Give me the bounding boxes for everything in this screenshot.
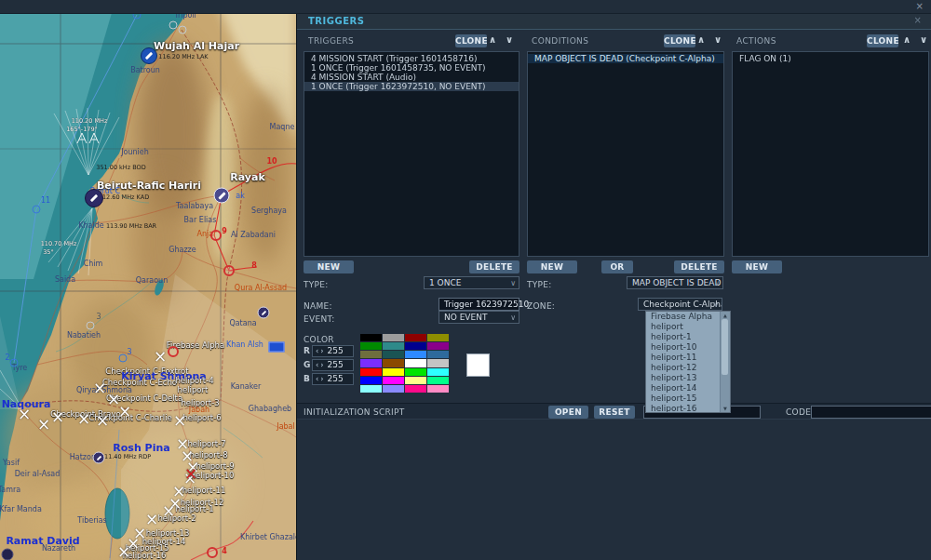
step-right-icon[interactable]: › [319,375,327,383]
palette-swatch[interactable] [427,359,449,367]
reset-script-button[interactable]: RESET [594,406,635,419]
zone-option[interactable]: heliport-11 [646,353,730,363]
palette-swatch[interactable] [383,342,404,350]
palette-swatch[interactable] [360,359,382,367]
palette-swatch[interactable] [383,334,404,341]
list-item[interactable]: 1 ONCE (Trigger 1623972510, NO EVENT) [304,82,519,91]
palette-swatch[interactable] [427,334,449,341]
rgb-value: 255 [328,346,344,355]
palette-swatch[interactable] [360,351,382,358]
scrollbar-thumb[interactable] [722,319,728,375]
actions-list[interactable]: FLAG ON (1) [732,51,929,257]
rgb-stepper[interactable]: ‹›255 [312,359,354,371]
palette-swatch[interactable] [427,342,449,350]
palette-swatch[interactable] [383,351,404,358]
palette-swatch[interactable] [360,342,382,350]
step-right-icon[interactable]: › [319,361,327,369]
window-titlebar: × [0,0,931,14]
rgb-channel-label: B [304,374,310,383]
clone-triggers-button[interactable]: CLONE [455,34,487,47]
rgb-channel-label: G [304,360,310,369]
palette-swatch[interactable] [360,385,382,393]
move-up-icon[interactable]: ∧ [900,34,913,45]
clone-conditions-button[interactable]: CLONE [664,34,695,47]
trigger-type-dropdown[interactable]: 1 ONCE ∨ [424,276,519,289]
code-label: CODE [786,407,811,417]
zone-option[interactable]: heliport-16 [646,404,730,413]
chevron-down-icon: ∨ [510,313,516,324]
delete-trigger-button[interactable]: DELETE [469,260,519,273]
palette-swatch[interactable] [383,359,404,367]
zone-option[interactable]: heliport-10 [646,342,730,353]
palette-swatch[interactable] [405,368,426,376]
list-item[interactable]: 4 MISSION START (Audio) [304,73,519,82]
triggers-list[interactable]: 4 MISSION START (Trigger 1601458716)1 ON… [304,51,519,257]
move-down-icon[interactable]: ∨ [917,34,930,45]
zone-option[interactable]: heliport-1 [646,332,730,342]
zone-option[interactable]: heliport [646,322,730,332]
list-item[interactable]: FLAG ON (1) [733,54,928,63]
move-up-icon[interactable]: ∧ [695,34,708,45]
open-script-button[interactable]: OPEN [548,406,588,419]
zone-scrollbar[interactable]: ▲ ▼ [720,312,730,412]
condition-type-dropdown[interactable]: MAP OBJECT IS DEAD ∨ [627,276,723,289]
new-trigger-button[interactable]: NEW [304,260,354,273]
move-down-icon[interactable]: ∨ [711,34,724,45]
rgb-value: 255 [328,374,344,383]
move-down-icon[interactable]: ∨ [503,34,516,45]
rgb-stepper[interactable]: ‹›255 [312,345,354,357]
list-item[interactable]: MAP OBJECT IS DEAD (Checkpoint C-Alpha) [528,54,723,63]
palette-swatch[interactable] [427,377,449,384]
zone-option[interactable]: heliport-14 [646,383,730,393]
palette-swatch[interactable] [427,385,449,393]
palette-swatch[interactable] [383,368,404,376]
zone-option[interactable]: heliport-15 [646,393,730,404]
palette-swatch[interactable] [405,359,426,367]
scroll-down-icon[interactable]: ▼ [721,406,730,411]
palette-swatch[interactable] [405,334,426,341]
palette-swatch[interactable] [360,334,382,341]
triggers-column-label: TRIGGERS [308,36,354,46]
map-view[interactable]: TripoliWujah Al Hajar116.20 MHz LAKBatro… [0,0,296,560]
conditions-column-label: CONDITIONS [532,36,588,46]
zone-dropdown-list[interactable]: Firebase Alphaheliportheliport-1heliport… [645,311,731,413]
list-item[interactable]: 1 ONCE (Trigger 1601458735, NO EVENT) [304,63,519,73]
palette-swatch[interactable] [383,385,404,393]
palette-swatch[interactable] [360,368,382,376]
color-palette[interactable] [360,334,449,393]
clone-actions-button[interactable]: CLONE [867,34,898,47]
step-right-icon[interactable]: › [319,347,327,355]
palette-swatch[interactable] [383,377,404,384]
triggers-panel: TRIGGERS × TRIGGERS CLONE ∧ ∨ CONDITIONS… [296,13,931,560]
palette-swatch[interactable] [405,351,426,358]
rgb-value: 255 [328,360,344,369]
close-icon[interactable]: × [914,15,922,25]
list-item[interactable]: 4 MISSION START (Trigger 1601458716) [304,54,519,63]
conditions-list[interactable]: MAP OBJECT IS DEAD (Checkpoint C-Alpha) [527,51,724,257]
zone-option[interactable]: heliport-12 [646,363,730,373]
actions-column-label: ACTIONS [736,36,776,46]
zone-dropdown[interactable]: Checkpoint C-Alpha ∨ [638,298,722,311]
zone-option[interactable]: Firebase Alpha [646,312,730,322]
palette-swatch[interactable] [405,377,426,384]
code-input[interactable] [811,406,931,419]
rgb-stepper[interactable]: ‹›255 [312,373,354,385]
zone-option[interactable]: heliport-13 [646,373,730,383]
map-background [0,0,296,560]
palette-swatch[interactable] [405,385,426,393]
or-condition-button[interactable]: OR [601,260,633,273]
type-label: TYPE: [304,280,329,289]
mission-editor-window: TripoliWujah Al Hajar116.20 MHz LAKBatro… [0,0,931,560]
palette-swatch[interactable] [405,342,426,350]
scroll-up-icon[interactable]: ▲ [721,313,730,318]
trigger-name-input[interactable]: Trigger 1623972510 [439,298,519,311]
new-action-button[interactable]: NEW [732,260,782,273]
palette-swatch[interactable] [427,368,449,376]
new-condition-button[interactable]: NEW [527,260,577,273]
palette-swatch[interactable] [360,377,382,384]
trigger-event-dropdown[interactable]: NO EVENT ∨ [439,311,519,324]
move-up-icon[interactable]: ∧ [486,34,499,45]
delete-condition-button[interactable]: DELETE [674,260,724,273]
palette-swatch[interactable] [427,351,449,358]
close-icon[interactable]: × [916,1,924,11]
